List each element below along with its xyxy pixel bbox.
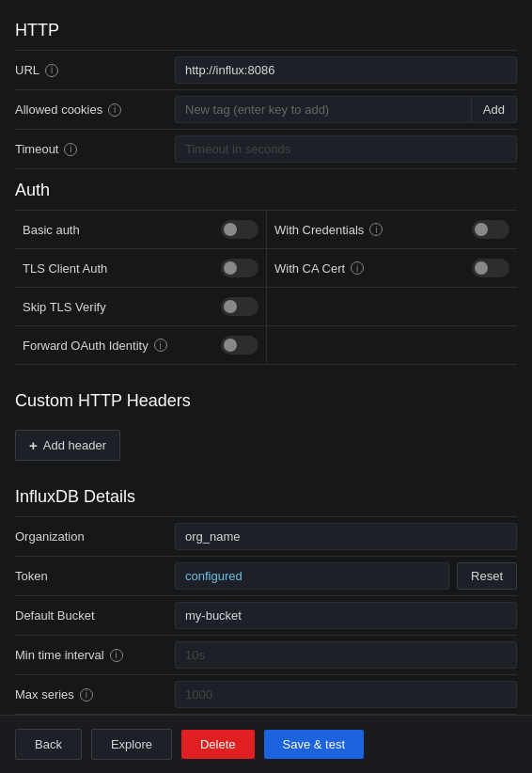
with-credentials-toggle[interactable] [472, 220, 509, 239]
with-ca-cert-info-icon[interactable]: i [351, 261, 364, 275]
token-input[interactable] [175, 562, 449, 590]
explore-button[interactable]: Explore [91, 729, 172, 760]
skip-tls-toggle[interactable] [221, 297, 258, 316]
min-interval-info-icon[interactable]: i [110, 649, 123, 662]
url-info-icon[interactable]: i [45, 64, 58, 77]
url-row: URL i [15, 51, 517, 90]
cookies-input-group: Add [175, 96, 517, 123]
timeout-label: Timeout i [15, 134, 175, 164]
org-label: Organization [15, 522, 175, 551]
min-interval-label: Min time interval i [15, 640, 175, 670]
basic-auth-cell: Basic auth [15, 211, 266, 249]
max-series-label: Max series i [15, 680, 175, 709]
basic-auth-toggle[interactable] [221, 220, 258, 239]
with-ca-cert-label: With CA Cert i [274, 261, 464, 276]
url-label: URL i [15, 55, 175, 85]
max-series-row: Max series i [15, 675, 517, 715]
custom-headers-title: Custom HTTP Headers [15, 380, 517, 420]
bucket-input[interactable] [175, 602, 517, 629]
bucket-row: Default Bucket [15, 596, 517, 636]
cookies-info-icon[interactable]: i [108, 103, 121, 117]
http-section-title: HTTP [15, 9, 517, 50]
basic-auth-label: Basic auth [23, 223, 213, 237]
with-credentials-info-icon[interactable]: i [369, 223, 383, 236]
with-ca-cert-slider [472, 259, 509, 277]
timeout-row: Timeout i [15, 130, 517, 169]
with-credentials-slider [472, 220, 509, 239]
cookies-add-button[interactable]: Add [472, 96, 517, 123]
empty-cell-2 [266, 326, 517, 365]
max-series-input-area [175, 677, 517, 712]
forward-oauth-slider [221, 336, 258, 355]
forward-oauth-info-icon[interactable]: i [154, 339, 167, 352]
token-row: Token Reset [15, 557, 517, 596]
influx-section: InfluxDB Details Organization Token Rese… [15, 476, 517, 715]
with-credentials-label: With Credentials i [274, 223, 464, 237]
timeout-input-area [175, 132, 517, 166]
empty-cell [266, 288, 517, 326]
tls-client-slider [221, 259, 258, 277]
with-credentials-cell: With Credentials i [266, 211, 517, 249]
auth-grid: Basic auth With Credentials i TLS Client… [15, 210, 517, 365]
url-input[interactable] [175, 56, 517, 84]
cookies-input-area: Add [175, 92, 517, 127]
min-interval-input-area [175, 638, 517, 672]
back-button[interactable]: Back [15, 729, 82, 760]
cookies-label: Allowed cookies i [15, 95, 175, 124]
bottom-bar: Back Explore Delete Save & test [0, 715, 532, 773]
bucket-label: Default Bucket [15, 601, 175, 630]
timeout-info-icon[interactable]: i [64, 143, 77, 156]
influx-section-title: InfluxDB Details [15, 476, 517, 516]
forward-oauth-label: Forward OAuth Identity i [23, 339, 213, 353]
skip-tls-label: Skip TLS Verify [23, 300, 213, 314]
custom-headers-section: Custom HTTP Headers + Add header [15, 380, 517, 461]
skip-tls-cell: Skip TLS Verify [15, 288, 266, 326]
timeout-input[interactable] [175, 135, 517, 163]
with-ca-cert-cell: With CA Cert i [266, 249, 517, 288]
tls-client-label: TLS Client Auth [23, 261, 213, 276]
org-row: Organization [15, 517, 517, 557]
delete-button[interactable]: Delete [181, 730, 255, 759]
min-interval-input[interactable] [175, 641, 517, 669]
max-series-input[interactable] [175, 681, 517, 708]
max-series-info-icon[interactable]: i [80, 688, 93, 702]
token-input-group: Reset [175, 562, 517, 590]
token-label: Token [15, 561, 175, 591]
bucket-input-area [175, 598, 517, 633]
add-header-button[interactable]: + Add header [15, 430, 120, 461]
with-ca-cert-toggle[interactable] [472, 259, 509, 277]
auth-section-title: Auth [15, 169, 517, 210]
reset-button[interactable]: Reset [457, 562, 517, 590]
forward-oauth-toggle[interactable] [221, 336, 258, 355]
tls-client-toggle[interactable] [221, 259, 258, 277]
token-input-area: Reset [175, 559, 517, 593]
plus-icon: + [29, 437, 38, 453]
save-test-button[interactable]: Save & test [264, 730, 364, 759]
forward-oauth-cell: Forward OAuth Identity i [15, 326, 266, 365]
influx-form: Organization Token Reset Default Bucket [15, 516, 517, 715]
add-header-label: Add header [43, 438, 106, 452]
tls-client-cell: TLS Client Auth [15, 249, 266, 288]
cookies-row: Allowed cookies i Add [15, 90, 517, 130]
cookies-input[interactable] [175, 96, 472, 123]
url-input-area [175, 53, 517, 87]
org-input-area [175, 519, 517, 554]
basic-auth-slider [221, 220, 258, 239]
org-input[interactable] [175, 523, 517, 550]
skip-tls-slider [221, 297, 258, 316]
min-interval-row: Min time interval i [15, 636, 517, 675]
